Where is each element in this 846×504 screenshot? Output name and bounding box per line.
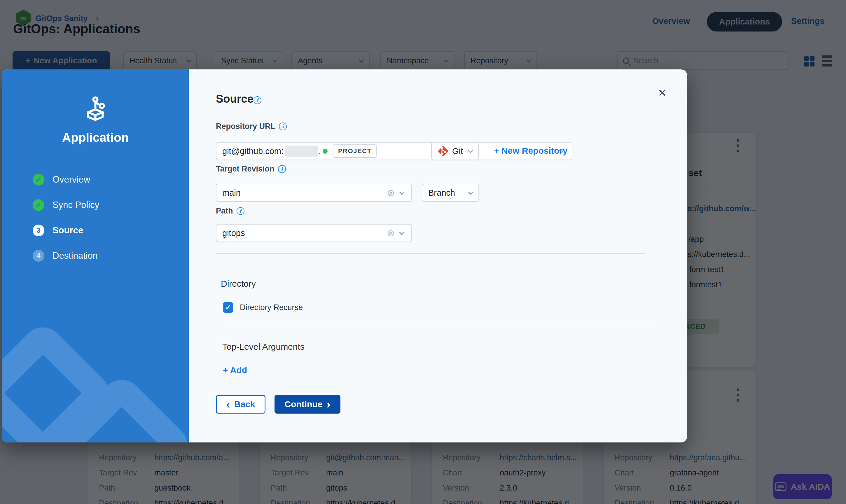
repo-type-value: Git [452, 146, 463, 156]
info-icon[interactable]: i [279, 123, 287, 130]
repository-url-label: Repository URL i [216, 122, 287, 131]
repo-type-select[interactable]: Git [431, 142, 479, 160]
wizard-title: Application [2, 131, 189, 145]
info-icon[interactable]: i [253, 96, 262, 104]
check-icon: ✓ [33, 174, 44, 185]
ref-type-value: Branch [428, 188, 455, 198]
path-label: Path i [216, 206, 245, 216]
application-icon [79, 94, 111, 127]
check-icon: ✓ [33, 199, 44, 211]
info-icon[interactable]: i [237, 207, 245, 215]
add-argument-link[interactable]: + Add [223, 365, 247, 375]
step-number: 4 [33, 250, 44, 262]
field-label-text: Repository URL [216, 122, 275, 131]
step-label: Overview [53, 175, 90, 185]
wizard-step-overview[interactable]: ✓ Overview [33, 174, 90, 185]
app-root: ∞ GitOps Sanity › GitOps: Applications O… [0, 0, 846, 504]
chevron-down-icon[interactable] [399, 189, 404, 195]
top-level-arguments-heading: Top-Level Arguments [222, 342, 305, 352]
close-icon[interactable]: ✕ [658, 87, 667, 99]
directory-recurse-row: ✓ Directory Recurse [223, 302, 303, 313]
back-label: Back [234, 399, 255, 409]
info-icon[interactable]: i [278, 165, 286, 173]
clear-icon[interactable]: ⊗ [387, 228, 395, 238]
directory-recurse-label: Directory Recurse [240, 303, 303, 312]
clear-icon[interactable]: ⊗ [387, 188, 395, 197]
wizard-step-destination[interactable]: 4 Destination [33, 250, 98, 262]
wizard-step-sync-policy[interactable]: ✓ Sync Policy [33, 199, 99, 211]
ref-type-select[interactable]: Branch [422, 184, 479, 202]
field-label-text: Target Revision [216, 164, 274, 174]
continue-button[interactable]: Continue › [274, 395, 340, 414]
chevron-down-icon[interactable] [399, 230, 404, 235]
wizard-step-source[interactable]: 3 Source [33, 224, 83, 236]
target-revision-input[interactable]: main ⊗ [216, 184, 412, 202]
git-icon [437, 146, 449, 157]
section-divider [226, 326, 653, 326]
step-number: 3 [33, 224, 44, 236]
chevron-down-icon [468, 148, 473, 153]
directory-heading: Directory [221, 279, 256, 289]
continue-label: Continue [284, 399, 322, 409]
path-input[interactable]: gitops ⊗ [216, 224, 412, 242]
field-label-text: Path [216, 206, 233, 216]
step-label: Destination [53, 251, 98, 261]
repo-url-prefix: git@github.com: [222, 146, 284, 156]
directory-recurse-checkbox[interactable]: ✓ [223, 302, 233, 313]
modal-title: Source [216, 93, 253, 105]
target-revision-value: main [222, 188, 241, 198]
back-button[interactable]: ‹ Back [216, 395, 266, 414]
chevron-down-icon [468, 189, 473, 195]
section-divider [216, 253, 645, 254]
step-label: Sync Policy [53, 200, 99, 210]
wizard-sidebar: Application ✓ Overview ✓ Sync Policy 3 S… [2, 69, 189, 443]
path-value: gitops [222, 228, 245, 238]
step-label: Source [53, 225, 83, 236]
connection-status-dot [323, 149, 328, 154]
application-wizard-modal: Application ✓ Overview ✓ Sync Policy 3 S… [2, 69, 687, 443]
project-badge: PROJECT [333, 144, 377, 158]
new-repository-link[interactable]: + New Repository [494, 146, 568, 156]
target-revision-label: Target Revision i [216, 164, 286, 174]
repo-url-suffix: . [318, 146, 320, 156]
redacted-text [285, 146, 318, 157]
